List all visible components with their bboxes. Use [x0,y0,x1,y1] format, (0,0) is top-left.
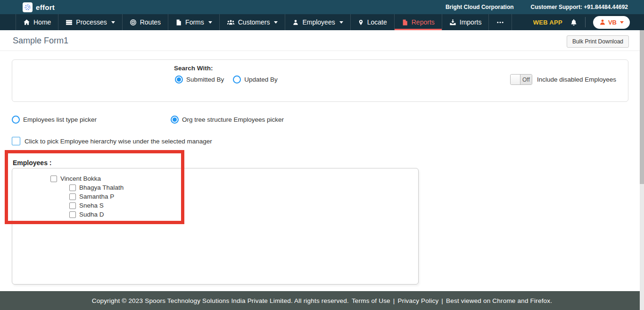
nav-label: Routes [140,18,161,26]
tree-row[interactable]: Bhagya Thalath [69,183,418,192]
user-icon [599,19,606,25]
tree-row[interactable]: Sudha D [69,210,418,219]
include-disabled-label: Include disabled Employees [537,76,616,83]
toggle-handle[interactable] [511,75,520,84]
nav-right: WEB APP VB [533,14,644,30]
header-divider [0,50,640,51]
nav-item-processes[interactable]: Processes [58,14,122,30]
company-name: Bright Cloud Corporation [446,4,514,10]
nav-label: Processes [76,18,107,26]
tree-node-label: Bhagya Thalath [79,184,124,191]
imports-icon [449,19,456,26]
nav-item-forms[interactable]: Forms [168,14,220,30]
effort-logo-icon [23,2,33,12]
employees-tree-panel: Vincent Bokka Bhagya Thalath Samantha P … [12,168,419,285]
radio-option-org-tree-picker[interactable]: Org tree structure Employees picker [171,116,284,124]
tree-node-label: Samantha P [79,193,114,200]
notifications-button[interactable] [570,18,578,26]
routes-icon [130,19,137,26]
employees-icon [292,19,299,26]
terms-of-use-link[interactable]: Terms of Use [352,297,390,304]
nav-label: Employees [302,18,335,26]
radio-updated-by[interactable] [233,75,241,84]
scrollbar-thumb[interactable] [640,30,644,184]
tree-checkbox[interactable] [69,211,76,218]
toggle-state-label: Off [520,75,532,84]
bell-icon [570,18,578,26]
radio-option-list-picker[interactable]: Employees list type picker [12,116,97,124]
chevron-down-icon [208,21,212,24]
include-disabled-toggle[interactable]: Off [510,74,532,85]
main-nav: Home Processes Routes Forms Customers [0,14,644,30]
brand-logo[interactable]: effort [23,2,55,12]
nav-item-more[interactable] [489,14,512,30]
radio-option-submitted-by[interactable]: Submitted By [175,75,224,84]
user-menu-button[interactable]: VB [593,16,630,29]
locate-icon [358,19,364,26]
nav-item-locate[interactable]: Locate [351,14,395,30]
tree-checkbox[interactable] [69,202,76,209]
tree-row[interactable]: Samantha P [69,192,418,201]
tree-checkbox[interactable] [69,184,76,191]
search-panel: Search With: Submitted By Updated By Off… [12,59,628,102]
chevron-down-icon [111,21,115,24]
privacy-policy-link[interactable]: Privacy Policy [398,297,439,304]
nav-label: Home [33,18,51,26]
hierarchy-checkbox[interactable] [12,137,20,145]
radio-org-tree-picker[interactable] [171,116,179,124]
chevron-down-icon [339,21,343,24]
brand-name: effort [36,3,55,11]
footer-copyright: Copyright © 2023 Spoors Technology Solut… [92,297,349,304]
app-root: effort Bright Cloud Corporation Customer… [0,0,644,310]
radio-label: Org tree structure Employees picker [182,116,284,123]
nav-item-imports[interactable]: Imports [442,14,489,30]
nav-label: Locate [367,18,387,26]
radio-label: Submitted By [186,76,224,83]
nav-item-reports[interactable]: Reports [395,14,442,30]
support-text: Customer Support: +91.84484.44692 [531,4,628,10]
topbar: effort Bright Cloud Corporation Customer… [0,0,644,14]
more-icon [496,19,504,26]
hierarchy-checkbox-row[interactable]: Click to pick Employee hierarchy wise un… [12,137,212,145]
nav-item-routes[interactable]: Routes [123,14,168,30]
footer-separator: | [441,297,443,304]
nav-label: Forms [185,18,204,26]
webapp-label[interactable]: WEB APP [533,19,562,26]
radio-submitted-by[interactable] [175,75,183,84]
nav-label: Reports [412,18,435,26]
chevron-down-icon [620,21,624,24]
tree-row-root[interactable]: Vincent Bokka [50,174,418,183]
nav-label: Imports [460,18,482,26]
hierarchy-checkbox-label: Click to pick Employee hierarchy wise un… [25,138,212,145]
nav-item-customers[interactable]: Customers [220,14,286,30]
radio-option-updated-by[interactable]: Updated By [233,75,278,84]
radio-label: Employees list type picker [23,116,97,123]
bulk-print-download-button[interactable]: Bulk Print Download [567,35,629,48]
search-with-label: Search With: [174,65,213,72]
tree-children: Bhagya Thalath Samantha P Sneha S Sudha … [69,183,418,219]
tree-node-label: Sneha S [79,202,104,209]
tree-row[interactable]: Sneha S [69,201,418,210]
home-icon [23,19,30,26]
chevron-down-icon [274,21,278,24]
tree-checkbox[interactable] [69,193,76,200]
nav-label: Customers [238,18,270,26]
tree-checkbox[interactable] [50,176,57,182]
radio-list-picker[interactable] [12,116,20,124]
vertical-scrollbar[interactable] [640,30,644,310]
radio-label: Updated By [244,76,278,83]
nav-item-home[interactable]: Home [16,14,58,30]
reports-icon [402,19,408,26]
topbar-right: Bright Cloud Corporation Customer Suppor… [446,4,628,10]
user-initials: VB [608,19,617,26]
page-title: Sample Form1 [13,36,68,46]
tree-node-label: Sudha D [79,211,104,218]
customers-icon [227,19,235,26]
footer-viewed-text: Best viewed on Chrome and Firefox. [446,297,552,304]
footer: Copyright © 2023 Spoors Technology Solut… [0,291,644,310]
nav-items: Home Processes Routes Forms Customers [16,14,512,30]
nav-item-employees[interactable]: Employees [285,14,350,30]
forms-icon [175,19,182,26]
tree-node-label: Vincent Bokka [60,175,101,182]
disabled-employees-toggle-group: Off Include disabled Employees [510,74,616,85]
